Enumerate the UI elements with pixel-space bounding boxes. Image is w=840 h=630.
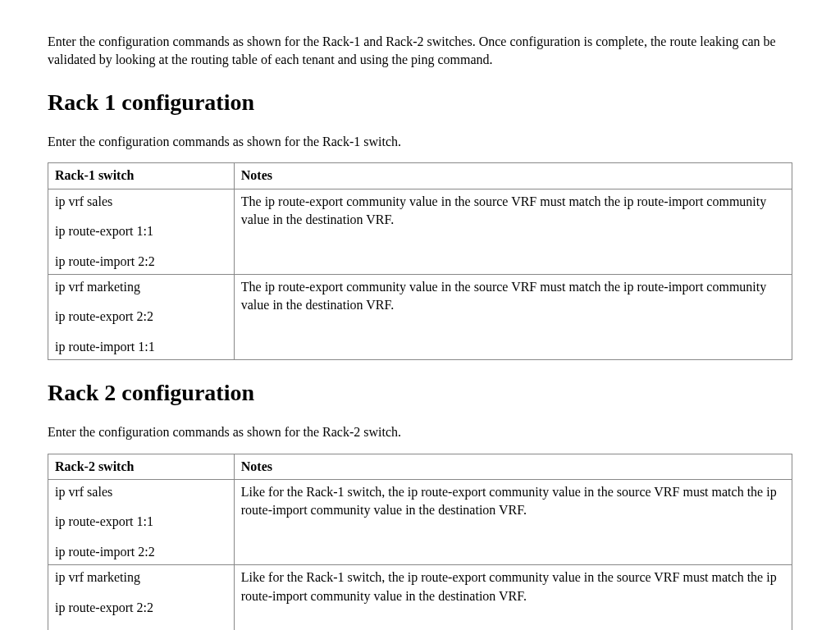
rack2-intro: Enter the configuration commands as show… [48, 423, 792, 441]
rack1-cell-switch: ip vrf sales ip route-export 1:1 ip rout… [48, 189, 235, 274]
rack1-intro: Enter the configuration commands as show… [48, 133, 792, 151]
rack1-cell-notes: The ip route-export community value in t… [234, 189, 792, 274]
rack2-header-notes: Notes [234, 454, 792, 479]
table-row: ip vrf sales ip route-export 1:1 ip rout… [48, 189, 792, 274]
intro-paragraph: Enter the configuration commands as show… [48, 33, 792, 70]
rack1-header-switch: Rack-1 switch [48, 163, 235, 189]
rack2-cell-switch: ip vrf marketing ip route-export 2:2 ip … [48, 565, 235, 630]
table-row: ip vrf marketing ip route-export 2:2 ip … [48, 274, 792, 359]
command-line: ip route-import 2:2 [55, 253, 227, 271]
rack1-cell-notes: The ip route-export community value in t… [234, 274, 792, 359]
rack2-cell-notes: Like for the Rack-1 switch, the ip route… [234, 565, 792, 630]
rack1-heading: Rack 1 configuration [48, 86, 792, 118]
rack2-header-switch: Rack-2 switch [48, 454, 235, 479]
command-line: ip vrf marketing [55, 278, 227, 296]
rack2-cell-notes: Like for the Rack-1 switch, the ip route… [234, 480, 792, 565]
command-line: ip route-export 2:2 [55, 599, 227, 617]
rack2-cell-switch: ip vrf sales ip route-export 1:1 ip rout… [48, 480, 235, 565]
command-line: ip vrf marketing [55, 568, 227, 587]
rack1-cell-switch: ip vrf marketing ip route-export 2:2 ip … [48, 274, 235, 359]
table-row: ip vrf sales ip route-export 1:1 ip rout… [48, 480, 792, 565]
command-line: ip vrf sales [55, 193, 227, 211]
rack1-header-notes: Notes [234, 163, 792, 189]
rack1-table: Rack-1 switch Notes ip vrf sales ip rout… [48, 162, 792, 360]
command-line: ip vrf sales [55, 483, 227, 501]
command-line: ip route-export 1:1 [55, 222, 227, 240]
command-line: ip route-export 2:2 [55, 308, 227, 326]
rack2-table: Rack-2 switch Notes ip vrf sales ip rout… [48, 454, 792, 630]
command-line: ip route-export 1:1 [55, 513, 227, 531]
rack2-heading: Rack 2 configuration [48, 377, 792, 409]
command-line: ip route-import 1:1 [55, 338, 227, 356]
table-row: ip vrf marketing ip route-export 2:2 ip … [48, 565, 792, 630]
command-line: ip route-import 2:2 [55, 543, 227, 561]
